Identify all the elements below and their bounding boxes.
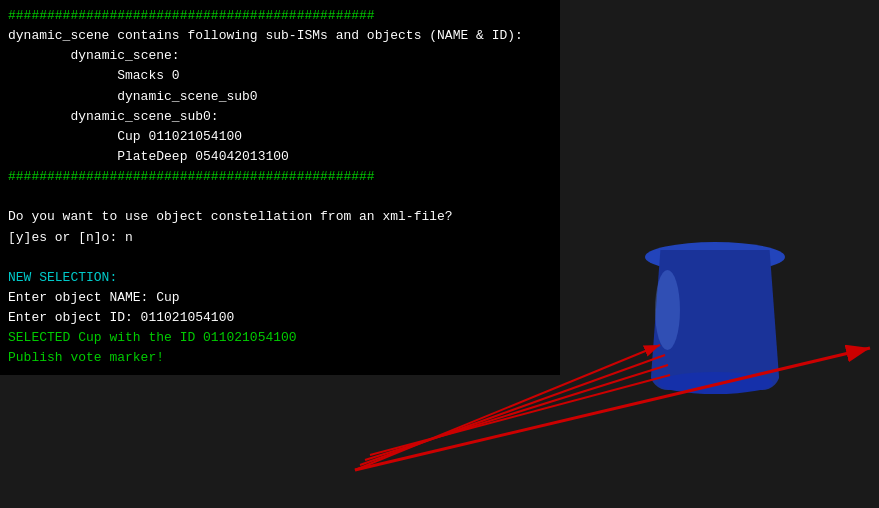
arrow-line-4 <box>370 375 670 455</box>
arrow-line-2 <box>360 355 665 465</box>
arrow-main <box>355 348 870 470</box>
arrow-line-3 <box>365 365 668 460</box>
arrow-lines <box>0 0 879 508</box>
